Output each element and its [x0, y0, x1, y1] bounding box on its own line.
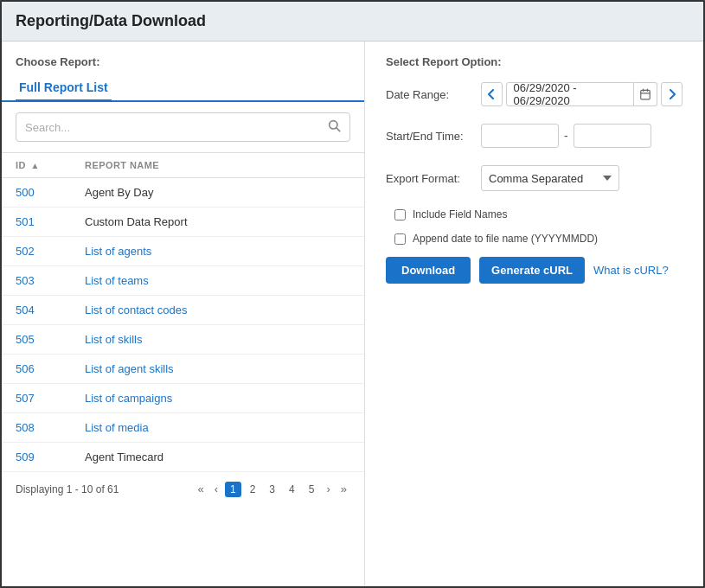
table-cell-id[interactable]: 508	[2, 413, 71, 443]
svg-line-1	[336, 128, 340, 131]
table-cell-id[interactable]: 500	[2, 178, 71, 208]
include-field-names-row: Include Field Names	[394, 208, 683, 220]
table-cell-id[interactable]: 503	[2, 266, 71, 296]
pagination-display-text: Displaying 1 - 10 of 61	[16, 483, 190, 495]
export-format-label: Export Format:	[386, 172, 481, 185]
table-cell-name[interactable]: Agent Timecard	[71, 443, 364, 472]
table-row: 502List of agents	[2, 237, 364, 266]
table-cell-id[interactable]: 502	[2, 237, 71, 266]
table-cell-id[interactable]: 505	[2, 325, 71, 355]
table-cell-name[interactable]: List of teams	[71, 266, 364, 296]
date-range-row: Date Range: 06/29/2020 - 06/29/2020	[386, 82, 683, 106]
append-date-label[interactable]: Append date to file name (YYYYMMDD)	[413, 233, 598, 245]
export-format-row: Export Format: Comma Separated Tab Separ…	[386, 165, 683, 191]
pagination-page-4[interactable]: 4	[284, 482, 300, 497]
table-cell-name[interactable]: List of agent skills	[71, 355, 364, 384]
table-cell-id[interactable]: 507	[2, 384, 71, 413]
append-date-row: Append date to file name (YYYYMMDD)	[394, 233, 683, 245]
table-cell-id[interactable]: 506	[2, 355, 71, 384]
include-field-names-checkbox[interactable]	[394, 209, 406, 220]
table-row: 505List of skills	[2, 325, 364, 355]
pagination: Displaying 1 - 10 of 61 « ‹ 1 2 3 4 5 › …	[2, 472, 364, 506]
table-row: 501Custom Data Report	[2, 208, 364, 237]
table-cell-name[interactable]: List of media	[71, 413, 364, 443]
time-group: -	[481, 124, 651, 148]
date-next-btn[interactable]	[661, 82, 683, 106]
main-content: Choose Report: Full Report List	[2, 42, 703, 586]
table-cell-id[interactable]: 509	[2, 443, 71, 472]
col-header-name: REPORT NAME	[71, 153, 364, 178]
table-cell-id[interactable]: 504	[2, 296, 71, 325]
date-range-group: 06/29/2020 - 06/29/2020	[481, 82, 683, 106]
date-input-wrapper: 06/29/2020 - 06/29/2020	[506, 82, 658, 106]
table-cell-name[interactable]: List of agents	[71, 237, 364, 266]
export-format-select[interactable]: Comma Separated Tab Separated Pipe Separ…	[481, 165, 619, 191]
table-row: 504List of contact codes	[2, 296, 364, 325]
pagination-next-btn[interactable]: ›	[323, 481, 333, 497]
table-row: 503List of teams	[2, 266, 364, 296]
left-panel: Choose Report: Full Report List	[2, 42, 365, 586]
action-buttons: Download Generate cURL What is cURL?	[386, 257, 683, 284]
start-end-time-label: Start/End Time:	[386, 130, 481, 143]
table-row: 508List of media	[2, 413, 364, 443]
date-range-value[interactable]: 06/29/2020 - 06/29/2020	[506, 82, 635, 106]
page-title: Reporting/Data Download	[16, 12, 689, 30]
table-cell-name[interactable]: List of skills	[71, 325, 364, 355]
pagination-page-5[interactable]: 5	[304, 482, 320, 497]
table-row: 500Agent By Day	[2, 178, 364, 208]
search-input[interactable]	[25, 121, 327, 134]
table-row: 506List of agent skills	[2, 355, 364, 384]
end-time-input[interactable]	[574, 124, 651, 148]
select-report-option-label: Select Report Option:	[386, 55, 683, 68]
right-panel: Select Report Option: Date Range: 06/29/…	[365, 42, 703, 586]
what-is-curl-link[interactable]: What is cURL?	[593, 264, 669, 277]
pagination-page-2[interactable]: 2	[245, 482, 261, 497]
tab-full-report-list[interactable]: Full Report List	[16, 75, 112, 102]
generate-curl-button[interactable]: Generate cURL	[479, 257, 585, 284]
table-cell-id[interactable]: 501	[2, 208, 71, 237]
search-icon	[327, 118, 341, 136]
include-field-names-label[interactable]: Include Field Names	[413, 208, 507, 220]
pagination-page-3[interactable]: 3	[264, 482, 280, 497]
pagination-prev-btn[interactable]: ‹	[211, 481, 221, 497]
table-cell-name[interactable]: Custom Data Report	[71, 208, 364, 237]
title-bar: Reporting/Data Download	[2, 2, 703, 42]
search-bar	[16, 112, 350, 142]
table-row: 507List of campaigns	[2, 384, 364, 413]
pagination-last-btn[interactable]: »	[337, 481, 350, 497]
date-prev-btn[interactable]	[481, 82, 503, 106]
start-time-input[interactable]	[481, 124, 559, 148]
table-cell-name[interactable]: List of contact codes	[71, 296, 364, 325]
pagination-page-1[interactable]: 1	[225, 482, 241, 497]
table-row: 509Agent Timecard	[2, 443, 364, 472]
pagination-first-btn[interactable]: «	[194, 481, 207, 497]
tab-bar: Full Report List	[2, 75, 364, 102]
choose-report-label: Choose Report:	[2, 55, 364, 68]
calendar-btn[interactable]	[634, 82, 657, 106]
app-window: Reporting/Data Download Choose Report: F…	[0, 0, 705, 588]
start-end-time-row: Start/End Time: -	[386, 124, 683, 148]
col-header-id: ID ▲	[2, 153, 71, 178]
append-date-checkbox[interactable]	[394, 233, 406, 245]
svg-rect-2	[641, 90, 651, 99]
table-cell-name[interactable]: Agent By Day	[71, 178, 364, 208]
table-cell-name[interactable]: List of campaigns	[71, 384, 364, 413]
date-range-label: Date Range:	[386, 88, 481, 101]
sort-icon[interactable]: ▲	[30, 161, 39, 170]
report-table: ID ▲ REPORT NAME 500Agent By Day501Custo…	[2, 152, 364, 472]
time-separator: -	[564, 129, 568, 143]
download-button[interactable]: Download	[386, 257, 471, 284]
